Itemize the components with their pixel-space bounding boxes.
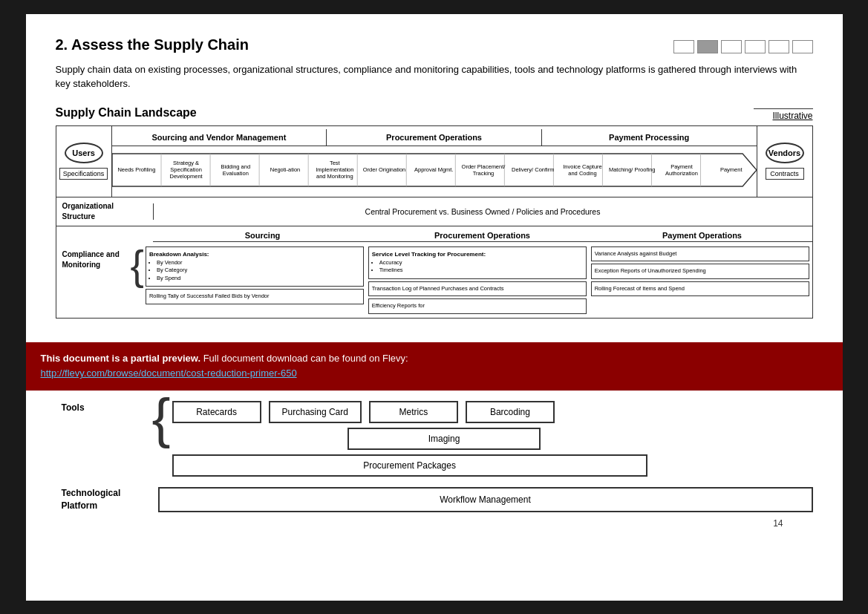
step-needs: Needs Profiling [112, 166, 162, 174]
comp-box-breakdown: Breakdown Analysis: By Vendor By Categor… [146, 246, 364, 287]
tech-platform-section: Technological Platform Workflow Manageme… [56, 483, 813, 517]
tool-metrics: Metrics [369, 401, 458, 423]
step-matching: Matching/ Proofing [607, 166, 657, 174]
tool-procurement-packages: Procurement Packages [172, 454, 647, 477]
compliance-label: Compliance and Monitoring [56, 244, 131, 276]
tool-imaging: Imaging [347, 428, 541, 450]
users-oval: Users [65, 143, 103, 163]
header-payment: Payment Processing [542, 129, 757, 146]
compliance-col-sourcing: Breakdown Analysis: By Vendor By Categor… [146, 246, 364, 314]
specifications-box: Specifications [59, 168, 108, 180]
tools-brace: { [152, 391, 171, 446]
banner-bold-text: This document is a partial preview. [41, 353, 201, 364]
comp-box-exception: Exception Reports of Unauthorized Spendi… [591, 264, 809, 279]
tools-label: Tools [62, 402, 146, 413]
step-delivery: Delivery/ Confirm [508, 166, 558, 174]
step-negoti: Negoti-ation [261, 166, 310, 174]
step-order-orig: Order Origination [359, 166, 409, 174]
comp-box-rolling-tally: Rolling Tally of Successful Failed Bids … [146, 289, 364, 304]
compliance-col-procurement: Service Level Tracking for Procurement: … [368, 246, 587, 314]
tech-platform-label: Technological Platform [56, 483, 152, 517]
step-bidding: Bidding and Evaluation [211, 163, 261, 177]
tool-barcoding: Barcoding [466, 401, 555, 423]
step-payment-auth: Payment Authorization [657, 163, 707, 177]
contracts-box: Contracts [766, 168, 804, 180]
tech-workflow: Workflow Management [158, 487, 813, 512]
comp-box-variance: Variance Analysis against Budget [591, 246, 809, 262]
step-test: Test Implementation and Monitoring [310, 159, 359, 180]
subsection-title: Supply Chain Landscape [56, 106, 197, 120]
supply-chain-diagram: Users Specifications Sourcing and Vendor… [56, 125, 813, 319]
tool-ratecards: Ratecards [172, 401, 261, 423]
lower-section: Tools { Ratecards Purchasing Card Metric… [26, 391, 843, 532]
step-strategy: Strategy & Specification Development [161, 159, 211, 180]
org-content: Central Procurement vs. Business Owned /… [153, 203, 812, 220]
step-approval: Approval Mgmt. [409, 166, 459, 174]
section-description: Supply chain data on existing processes,… [56, 62, 813, 91]
step-payment: Payment [706, 166, 756, 174]
compliance-brace: { [131, 245, 144, 286]
section-procurement-ops: Procurement Operations [373, 229, 593, 242]
comp-box-service-level: Service Level Tracking for Procurement: … [368, 246, 587, 279]
step-order-place: Order Placement/ Tracking [459, 163, 509, 177]
comp-box-efficiency: Efficiency Reports for [368, 298, 587, 314]
header-procurement: Procurement Operations [327, 129, 542, 146]
section-sourcing: Sourcing [153, 229, 373, 242]
vendors-oval: Vendors [766, 143, 804, 163]
preview-banner: This document is a partial preview. Full… [26, 342, 843, 391]
comp-box-rolling-forecast: Rolling Forecast of Items and Spend [591, 281, 809, 297]
header-sourcing: Sourcing and Vendor Management [112, 129, 327, 146]
compliance-col-payment: Variance Analysis against Budget Excepti… [591, 246, 809, 314]
tools-section: Tools { Ratecards Purchasing Card Metric… [56, 398, 813, 477]
section-payment-ops: Payment Operations [593, 229, 812, 242]
banner-link[interactable]: http://flevy.com/browse/document/cost-re… [41, 368, 297, 379]
banner-normal-text: Full document download can be found on F… [203, 353, 408, 364]
illustrative-label: Illustrative [772, 111, 812, 121]
step-invoice: Invoice Capture and Coding [558, 163, 607, 177]
tool-purchasing-card: Purchasing Card [269, 401, 362, 423]
page-number: 14 [26, 518, 813, 535]
org-label: Organizational Structure [56, 197, 153, 226]
comp-box-transaction-log: Transaction Log of Planned Purchases and… [368, 281, 587, 297]
section-title: 2. Assess the Supply Chain [56, 36, 813, 53]
